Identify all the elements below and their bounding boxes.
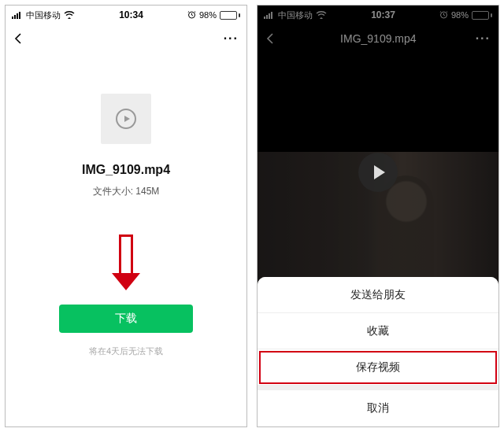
action-sheet: 发送给朋友 收藏 保存视频 取消	[258, 277, 498, 426]
nav-title: IMG_9109.mp4	[340, 32, 417, 45]
expire-note: 将在4天后无法下载	[89, 345, 163, 357]
svg-rect-3	[19, 12, 20, 19]
back-button[interactable]	[13, 31, 29, 46]
clock: 10:34	[119, 9, 143, 20]
file-name: IMG_9109.mp4	[82, 163, 170, 177]
svg-rect-0	[12, 17, 13, 19]
play-button[interactable]	[358, 153, 398, 192]
battery-icon	[472, 11, 492, 20]
annotation-arrow-icon	[112, 234, 140, 290]
battery-icon	[220, 11, 240, 20]
wifi-icon	[64, 11, 75, 19]
svg-rect-5	[264, 17, 265, 19]
carrier-label: 中国移动	[278, 9, 313, 21]
more-button[interactable]: ···	[476, 31, 491, 46]
sheet-option-favorite[interactable]: 收藏	[258, 313, 498, 349]
alarm-icon	[187, 10, 196, 20]
download-body: IMG_9109.mp4 文件大小: 145M 下载 将在4天后无法下载	[6, 53, 246, 426]
back-button[interactable]	[265, 31, 281, 46]
svg-rect-7	[269, 13, 270, 19]
screen-download: 中国移动 10:34 98% ··· IMG_9109.mp4 文件大小: 14…	[5, 5, 247, 427]
more-button[interactable]: ···	[224, 31, 239, 46]
svg-rect-1	[14, 15, 16, 19]
clock: 10:37	[371, 9, 395, 20]
signal-icon	[12, 11, 23, 19]
wifi-icon	[316, 11, 327, 19]
sheet-cancel[interactable]: 取消	[258, 390, 498, 426]
nav-bar: IMG_9109.mp4 ···	[258, 24, 498, 53]
sheet-option-send[interactable]: 发送给朋友	[258, 277, 498, 313]
download-button[interactable]: 下载	[59, 305, 193, 333]
battery-pct: 98%	[451, 10, 469, 20]
file-size: 文件大小: 145M	[93, 185, 160, 198]
alarm-icon	[439, 10, 448, 20]
signal-icon	[264, 11, 275, 19]
status-bar: 中国移动 10:37 98%	[258, 6, 498, 24]
file-thumbnail	[101, 94, 151, 144]
svg-rect-6	[266, 15, 268, 19]
svg-rect-2	[17, 13, 18, 19]
screen-video-player: 中国移动 10:37 98% IMG_9109.mp4 ··· 发送给朋友 收藏	[257, 5, 499, 427]
play-icon	[116, 109, 136, 129]
sheet-option-save-video[interactable]: 保存视频	[258, 349, 498, 386]
svg-rect-8	[271, 12, 272, 19]
status-bar: 中国移动 10:34 98%	[6, 6, 246, 24]
carrier-label: 中国移动	[26, 9, 61, 21]
battery-pct: 98%	[199, 10, 217, 20]
nav-bar: ···	[6, 24, 246, 53]
